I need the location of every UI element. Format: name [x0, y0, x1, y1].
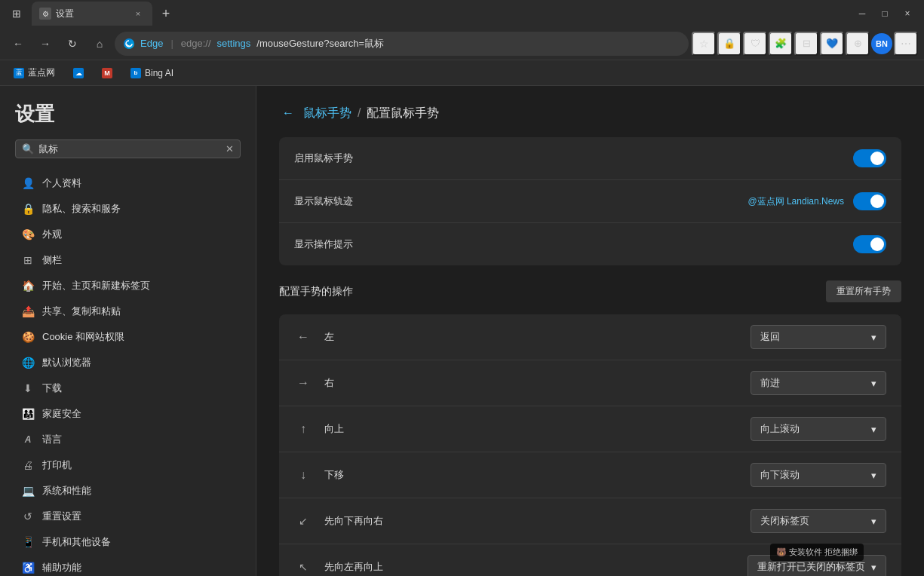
sidebar-item-label-downloads: 下载: [42, 381, 62, 395]
sidebar-item-profile[interactable]: 👤 个人资料: [15, 170, 256, 196]
sidebar-item-label-privacy: 隐私、搜索和服务: [42, 202, 121, 216]
search-input[interactable]: [38, 143, 221, 155]
gesture-name-down-right: 先向下再向右: [324, 514, 738, 528]
sidebar-item-privacy[interactable]: 🔒 隐私、搜索和服务: [15, 196, 256, 222]
breadcrumb: ← 鼠标手势 / 配置鼠标手势: [279, 104, 901, 122]
sidebar-item-label-family: 家庭安全: [42, 407, 81, 421]
home-button[interactable]: ⌂: [87, 32, 112, 56]
sidebar-item-system[interactable]: 💻 系统和性能: [15, 478, 256, 504]
gesture-select-up[interactable]: 向上滚动 ▾: [751, 417, 886, 441]
minimize-button[interactable]: ─: [852, 3, 873, 24]
window-sidebar-toggle[interactable]: ⊞: [6, 3, 27, 24]
sidebar-item-label-sidebar: 侧栏: [42, 253, 62, 267]
profile-icon: 👤: [21, 176, 35, 190]
maximize-button[interactable]: □: [874, 3, 895, 24]
sidebar-item-cookies[interactable]: 🍪 Cookie 和网站权限: [15, 324, 256, 350]
settings-more-button[interactable]: ⋯: [894, 32, 918, 56]
bookmark-landian[interactable]: 蓝 蓝点网: [8, 64, 61, 81]
watermark: 🐻 安装软件 拒绝捆绑: [770, 544, 864, 561]
address-bar[interactable]: Edge | edge://settings/mouseGesture?sear…: [115, 32, 689, 56]
family-safety-icon: 👨‍👩‍👧: [21, 407, 35, 421]
printer-icon: 🖨: [21, 458, 35, 472]
setting-label-trail: 显示鼠标轨迹: [294, 195, 747, 208]
clear-icon[interactable]: ✕: [226, 143, 234, 155]
profile-button[interactable]: BN: [871, 33, 892, 54]
appearance-icon: 🎨: [21, 228, 35, 241]
tab-bar: ⚙ 设置 × +: [32, 2, 847, 26]
sidebar-item-reset[interactable]: ↺ 重置设置: [15, 504, 256, 529]
sidebar-item-sidebar[interactable]: ⊞ 侧栏: [15, 247, 256, 273]
main-area: 设置 🔍 ✕ 👤 个人资料 🔒 隐私、搜索和服务 🎨 外观 ⊞ 侧栏 🏠 开始、…: [0, 86, 924, 576]
breadcrumb-parent-link[interactable]: 鼠标手势: [303, 106, 351, 121]
gesture-name-right: 右: [324, 376, 738, 390]
chevron-down-icon-right: ▾: [871, 378, 876, 389]
sidebar-item-appearance[interactable]: 🎨 外观: [15, 222, 256, 247]
sidebar-item-family-safety[interactable]: 👨‍👩‍👧 家庭安全: [15, 401, 256, 427]
sidebar-item-default-browser[interactable]: 🌐 默认浏览器: [15, 350, 256, 375]
search-icon: 🔍: [22, 143, 34, 155]
sidebar-item-label-system: 系统和性能: [42, 484, 91, 498]
settings-tab[interactable]: ⚙ 设置 ×: [32, 2, 152, 26]
gesture-select-down[interactable]: 向下滚动 ▾: [751, 463, 886, 487]
sidebar-item-label-cookies: Cookie 和网站权限: [42, 330, 124, 344]
address-query: /mouseGesture?search=鼠标: [256, 37, 384, 51]
start-icon: 🏠: [21, 279, 35, 293]
breadcrumb-separator: /: [358, 106, 361, 120]
gesture-select-left[interactable]: 返回 ▾: [751, 325, 886, 349]
favorites-button[interactable]: ☆: [692, 32, 716, 56]
gesture-select-down-right[interactable]: 关闭标签页 ▾: [751, 509, 886, 533]
toggle-show-trail[interactable]: [853, 192, 886, 210]
address-divider: |: [170, 38, 173, 49]
setting-row-trail: 显示鼠标轨迹 @蓝点网 Landian.News: [279, 180, 901, 223]
toggle-enable-gesture[interactable]: [853, 149, 886, 167]
bookmark-cloud[interactable]: ☁: [67, 66, 90, 81]
titlebar: ⊞ ⚙ 设置 × + ─ □ ×: [0, 0, 924, 27]
new-tab-button[interactable]: +: [155, 3, 177, 24]
mobile-icon: 📱: [21, 535, 35, 549]
toggle-show-hint[interactable]: [853, 235, 886, 253]
extensions-button[interactable]: 🧩: [769, 32, 793, 56]
gesture-name-left-up: 先向左再向上: [324, 560, 735, 574]
refresh-button[interactable]: ↻: [60, 32, 84, 56]
reset-all-gestures-button[interactable]: 重置所有手势: [826, 280, 901, 302]
browser-essentials-button[interactable]: 💙: [820, 32, 844, 56]
sidebar-item-accessibility[interactable]: ♿ 辅助功能: [15, 555, 256, 576]
chevron-down-icon-left: ▾: [871, 332, 876, 343]
privacy-icon: 🔒: [21, 202, 35, 216]
forward-button[interactable]: →: [33, 32, 57, 56]
bookmark-icon-gmail: M: [102, 68, 112, 78]
gesture-arrow-right: →: [294, 374, 312, 392]
sidebar-item-mobile[interactable]: 📱 手机和其他设备: [15, 529, 256, 555]
split-button[interactable]: ⊟: [794, 32, 818, 56]
security-button[interactable]: 🔒: [717, 32, 741, 56]
reset-icon: ↺: [21, 510, 35, 523]
gesture-arrow-down: ↓: [294, 466, 312, 484]
breadcrumb-back-button[interactable]: ←: [279, 104, 297, 122]
bookmark-bing-ai[interactable]: b Bing AI: [124, 66, 180, 81]
sidebar-item-downloads[interactable]: ⬇ 下载: [15, 375, 256, 401]
close-button[interactable]: ×: [897, 3, 918, 24]
gesture-row-down-right: ↙ 先向下再向右 关闭标签页 ▾: [279, 498, 901, 544]
sidebar-item-start[interactable]: 🏠 开始、主页和新建标签页: [15, 273, 256, 299]
chevron-down-icon-up: ▾: [871, 424, 876, 435]
content-area: ← 鼠标手势 / 配置鼠标手势 启用鼠标手势 显示鼠标轨迹 @蓝点网 Landi…: [256, 86, 924, 576]
sidebar-item-label-accessibility: 辅助功能: [42, 561, 81, 574]
shield-button[interactable]: 🛡: [743, 32, 767, 56]
gesture-action-up: 向上滚动: [760, 422, 800, 436]
sidebar-item-label-appearance: 外观: [42, 228, 62, 241]
sidebar-copilot-button[interactable]: ⊕: [846, 32, 870, 56]
search-box[interactable]: 🔍 ✕: [15, 139, 241, 158]
sidebar-item-languages[interactable]: A 语言: [15, 427, 256, 452]
toggle-settings-card: 启用鼠标手势 显示鼠标轨迹 @蓝点网 Landian.News 显示操作提示: [279, 137, 901, 265]
tab-close-button[interactable]: ×: [131, 7, 145, 20]
bookmark-gmail[interactable]: M: [96, 66, 118, 81]
share-icon: 📤: [21, 305, 35, 318]
gesture-select-right[interactable]: 前进 ▾: [751, 371, 886, 395]
sidebar-item-label-reset: 重置设置: [42, 510, 81, 523]
bookmarks-bar: 蓝 蓝点网 ☁ M b Bing AI: [0, 60, 924, 86]
sidebar-item-share[interactable]: 📤 共享、复制和粘贴: [15, 299, 256, 324]
nav-right-icons: ☆ 🔒 🛡 🧩 ⊟ 💙 ⊕ BN ⋯: [692, 32, 918, 56]
browser-name: Edge: [140, 38, 163, 49]
back-button[interactable]: ←: [6, 32, 30, 56]
sidebar-item-printer[interactable]: 🖨 打印机: [15, 452, 256, 478]
